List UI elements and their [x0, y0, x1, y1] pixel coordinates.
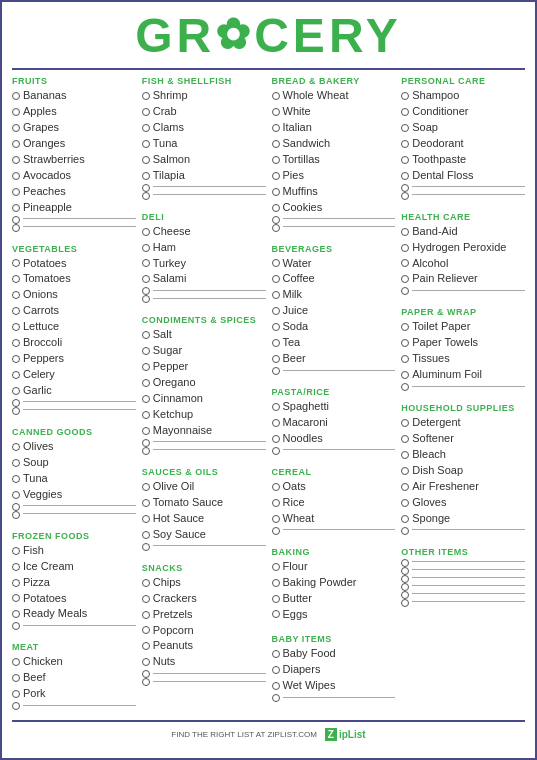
checkbox-circle[interactable]	[12, 140, 20, 148]
checkbox-circle[interactable]	[272, 156, 280, 164]
checkbox-circle[interactable]	[401, 435, 409, 443]
checkbox-circle[interactable]	[401, 451, 409, 459]
checkbox-circle[interactable]	[272, 275, 280, 283]
checkbox-circle[interactable]	[142, 275, 150, 283]
checkbox-circle[interactable]	[12, 407, 20, 415]
checkbox-circle[interactable]	[401, 527, 409, 535]
checkbox-circle[interactable]	[272, 579, 280, 587]
checkbox-circle[interactable]	[401, 124, 409, 132]
checkbox-circle[interactable]	[12, 172, 20, 180]
checkbox-circle[interactable]	[272, 563, 280, 571]
checkbox-circle[interactable]	[272, 499, 280, 507]
checkbox-circle[interactable]	[272, 108, 280, 116]
checkbox-circle[interactable]	[12, 323, 20, 331]
checkbox-circle[interactable]	[272, 259, 280, 267]
checkbox-circle[interactable]	[142, 395, 150, 403]
checkbox-circle[interactable]	[272, 682, 280, 690]
checkbox-circle[interactable]	[142, 156, 150, 164]
checkbox-circle[interactable]	[401, 244, 409, 252]
checkbox-circle[interactable]	[142, 124, 150, 132]
checkbox-circle[interactable]	[272, 291, 280, 299]
checkbox-circle[interactable]	[401, 583, 409, 591]
checkbox-circle[interactable]	[12, 371, 20, 379]
checkbox-circle[interactable]	[142, 295, 150, 303]
checkbox-circle[interactable]	[12, 92, 20, 100]
checkbox-circle[interactable]	[12, 156, 20, 164]
checkbox-circle[interactable]	[142, 670, 150, 678]
checkbox-circle[interactable]	[272, 216, 280, 224]
checkbox-circle[interactable]	[142, 427, 150, 435]
checkbox-circle[interactable]	[272, 419, 280, 427]
checkbox-circle[interactable]	[272, 307, 280, 315]
checkbox-circle[interactable]	[401, 108, 409, 116]
checkbox-circle[interactable]	[272, 124, 280, 132]
checkbox-circle[interactable]	[12, 443, 20, 451]
checkbox-circle[interactable]	[401, 259, 409, 267]
checkbox-circle[interactable]	[142, 140, 150, 148]
checkbox-circle[interactable]	[401, 192, 409, 200]
checkbox-circle[interactable]	[401, 383, 409, 391]
checkbox-circle[interactable]	[12, 399, 20, 407]
checkbox-circle[interactable]	[272, 650, 280, 658]
checkbox-circle[interactable]	[12, 547, 20, 555]
checkbox-circle[interactable]	[401, 371, 409, 379]
checkbox-circle[interactable]	[142, 411, 150, 419]
checkbox-circle[interactable]	[272, 355, 280, 363]
checkbox-circle[interactable]	[142, 611, 150, 619]
checkbox-circle[interactable]	[142, 439, 150, 447]
checkbox-circle[interactable]	[401, 483, 409, 491]
checkbox-circle[interactable]	[142, 626, 150, 634]
checkbox-circle[interactable]	[142, 347, 150, 355]
checkbox-circle[interactable]	[272, 204, 280, 212]
checkbox-circle[interactable]	[272, 140, 280, 148]
checkbox-circle[interactable]	[12, 503, 20, 511]
checkbox-circle[interactable]	[12, 610, 20, 618]
checkbox-circle[interactable]	[142, 658, 150, 666]
checkbox-circle[interactable]	[12, 224, 20, 232]
checkbox-circle[interactable]	[142, 531, 150, 539]
checkbox-circle[interactable]	[401, 575, 409, 583]
checkbox-circle[interactable]	[272, 92, 280, 100]
checkbox-circle[interactable]	[272, 595, 280, 603]
checkbox-circle[interactable]	[12, 188, 20, 196]
checkbox-circle[interactable]	[401, 92, 409, 100]
checkbox-circle[interactable]	[12, 355, 20, 363]
checkbox-circle[interactable]	[142, 331, 150, 339]
checkbox-circle[interactable]	[12, 511, 20, 519]
checkbox-circle[interactable]	[272, 403, 280, 411]
checkbox-circle[interactable]	[142, 192, 150, 200]
checkbox-circle[interactable]	[12, 690, 20, 698]
checkbox-circle[interactable]	[401, 156, 409, 164]
checkbox-circle[interactable]	[12, 702, 20, 710]
checkbox-circle[interactable]	[401, 275, 409, 283]
checkbox-circle[interactable]	[401, 172, 409, 180]
checkbox-circle[interactable]	[272, 527, 280, 535]
checkbox-circle[interactable]	[142, 228, 150, 236]
checkbox-circle[interactable]	[12, 291, 20, 299]
checkbox-circle[interactable]	[12, 658, 20, 666]
checkbox-circle[interactable]	[272, 435, 280, 443]
checkbox-circle[interactable]	[272, 367, 280, 375]
checkbox-circle[interactable]	[272, 610, 280, 618]
checkbox-circle[interactable]	[142, 595, 150, 603]
checkbox-circle[interactable]	[401, 515, 409, 523]
checkbox-circle[interactable]	[142, 259, 150, 267]
checkbox-circle[interactable]	[12, 204, 20, 212]
checkbox-circle[interactable]	[142, 92, 150, 100]
checkbox-circle[interactable]	[401, 355, 409, 363]
checkbox-circle[interactable]	[142, 579, 150, 587]
checkbox-circle[interactable]	[142, 287, 150, 295]
checkbox-circle[interactable]	[12, 307, 20, 315]
checkbox-circle[interactable]	[401, 559, 409, 567]
checkbox-circle[interactable]	[272, 447, 280, 455]
checkbox-circle[interactable]	[142, 642, 150, 650]
checkbox-circle[interactable]	[12, 563, 20, 571]
checkbox-circle[interactable]	[12, 124, 20, 132]
checkbox-circle[interactable]	[12, 622, 20, 630]
checkbox-circle[interactable]	[12, 459, 20, 467]
checkbox-circle[interactable]	[401, 140, 409, 148]
checkbox-circle[interactable]	[12, 674, 20, 682]
checkbox-circle[interactable]	[142, 108, 150, 116]
checkbox-circle[interactable]	[142, 172, 150, 180]
checkbox-circle[interactable]	[142, 515, 150, 523]
